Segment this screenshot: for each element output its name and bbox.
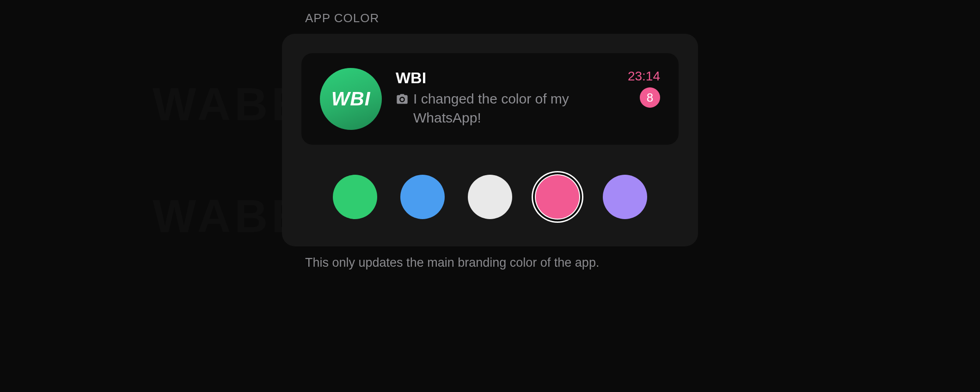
color-swatches (301, 172, 679, 221)
color-swatch-purple[interactable] (600, 172, 649, 221)
color-swatch-green[interactable] (331, 172, 380, 221)
settings-panel: WBI WBI I changed the color of my WhatsA… (282, 34, 698, 246)
color-swatch-white[interactable] (466, 172, 514, 221)
chat-text: WBI I changed the color of my WhatsApp! (396, 68, 619, 127)
color-swatch-pink[interactable] (533, 172, 582, 221)
unread-badge: 8 (640, 87, 660, 108)
chat-meta: 23:14 8 (628, 68, 660, 127)
chat-preview: I changed the color of my WhatsApp! (396, 90, 619, 127)
section-header: APP COLOR (305, 11, 698, 25)
section-footer: This only updates the main branding colo… (305, 256, 698, 270)
chat-body: WBI I changed the color of my WhatsApp! … (396, 68, 660, 127)
swatch-dot (400, 175, 445, 219)
swatch-dot (536, 175, 579, 219)
timestamp: 23:14 (628, 69, 660, 84)
chat-preview-row[interactable]: WBI WBI I changed the color of my WhatsA… (301, 53, 679, 145)
color-swatch-blue[interactable] (398, 172, 447, 221)
swatch-dot (603, 175, 647, 219)
swatch-dot (468, 175, 512, 219)
chat-title: WBI (396, 69, 619, 87)
app-color-settings: APP COLOR WBI WBI I changed the color of… (282, 11, 698, 270)
chat-preview-text: I changed the color of my WhatsApp! (413, 90, 619, 127)
avatar: WBI (320, 68, 382, 130)
camera-icon (396, 92, 409, 105)
swatch-dot (333, 175, 377, 219)
